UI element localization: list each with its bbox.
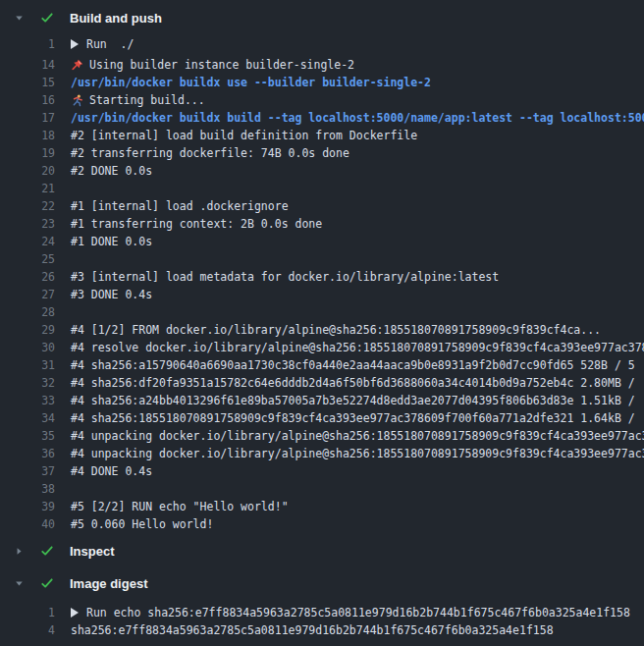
log-line-content: sha256:e7ff8834a5963a2785c5a0811e979d16b… xyxy=(55,621,644,639)
log-line: 24#1 DONE 0.0s xyxy=(0,233,644,250)
log-text: #4 unpacking docker.io/library/alpine@sh… xyxy=(71,445,644,462)
log-text: #4 sha256:a15790640a6690aa1730c38cf0a440… xyxy=(71,356,635,374)
line-number[interactable]: 16 xyxy=(0,91,55,109)
log-text: #3 [internal] load metadata for docker.i… xyxy=(71,268,499,286)
log-line-group: 1Run ./ xyxy=(0,35,644,53)
check-icon xyxy=(40,544,54,558)
section-lines: 1Run ./14Using builder instance builder-… xyxy=(0,35,644,533)
line-number[interactable]: 29 xyxy=(0,321,55,339)
line-number[interactable]: 18 xyxy=(0,127,55,144)
log-line: 38 xyxy=(0,480,644,498)
section-lines: 1Run echo sha256:e7ff8834a5963a2785c5a08… xyxy=(0,604,644,639)
section-header-image-digest[interactable]: Image digest xyxy=(0,568,644,598)
check-icon xyxy=(40,11,54,25)
log-line: 35#4 unpacking docker.io/library/alpine@… xyxy=(0,427,644,445)
log-line-content: #4 [1/2] FROM docker.io/library/alpine@s… xyxy=(55,321,644,339)
log-text: #4 DONE 0.4s xyxy=(71,462,152,480)
log-line: 21 xyxy=(0,180,644,197)
line-number[interactable]: 40 xyxy=(0,515,55,533)
log-line-content: #5 0.060 Hello world! xyxy=(55,515,644,533)
line-number[interactable]: 39 xyxy=(0,498,55,515)
log-line: 27#3 DONE 0.4s xyxy=(0,286,644,303)
line-number[interactable]: 34 xyxy=(0,409,55,427)
line-number[interactable]: 15 xyxy=(0,74,55,91)
log-line-content: #2 transferring dockerfile: 74B 0.0s don… xyxy=(55,144,644,162)
log-section-build-and-push: Build and push1Run ./14Using builder ins… xyxy=(0,0,644,533)
log-group-toggle[interactable]: Run ./ xyxy=(55,35,644,53)
log-text: Run echo sha256:e7ff8834a5963a2785c5a081… xyxy=(86,604,630,621)
log-text: #1 DONE 0.0s xyxy=(71,233,152,250)
log-line-content: #3 [internal] load metadata for docker.i… xyxy=(55,268,644,286)
log-group-toggle[interactable]: Run echo sha256:e7ff8834a5963a2785c5a081… xyxy=(55,604,644,621)
line-number[interactable]: 1 xyxy=(0,604,55,621)
log-text: /usr/bin/docker buildx build --tag local… xyxy=(71,109,644,127)
line-number[interactable]: 37 xyxy=(0,462,55,480)
line-number[interactable]: 22 xyxy=(0,197,55,215)
line-number[interactable]: 35 xyxy=(0,427,55,445)
line-number[interactable]: 28 xyxy=(0,303,55,321)
log-section-inspect: Inspect xyxy=(0,536,644,565)
log-line: 32#4 sha256:df20fa9351a15782c64e6dddb2d4… xyxy=(0,374,644,392)
log-line-content: #4 sha256:a24bb4013296f61e89ba57005a7b3e… xyxy=(55,392,644,409)
line-number[interactable]: 33 xyxy=(0,392,55,409)
line-number[interactable]: 21 xyxy=(0,180,55,197)
line-number[interactable]: 1 xyxy=(0,35,55,53)
line-number[interactable]: 24 xyxy=(0,233,55,250)
pushpin-icon xyxy=(71,59,83,72)
log-line: 40#5 0.060 Hello world! xyxy=(0,515,644,533)
line-number[interactable]: 38 xyxy=(0,480,55,498)
log-text: Run ./ xyxy=(86,35,134,53)
log-text: /usr/bin/docker buildx use --builder bui… xyxy=(71,74,431,91)
line-number[interactable]: 30 xyxy=(0,339,55,356)
log-line-content: #4 sha256:a15790640a6690aa1730c38cf0a440… xyxy=(55,356,644,374)
log-line: 33#4 sha256:a24bb4013296f61e89ba57005a7b… xyxy=(0,392,644,409)
log-line: 39#5 [2/2] RUN echo "Hello world!" xyxy=(0,498,644,515)
chevron-down-icon xyxy=(14,13,25,24)
log-line: 15/usr/bin/docker buildx use --builder b… xyxy=(0,74,644,91)
line-number[interactable]: 26 xyxy=(0,268,55,286)
log-text: #4 sha256:df20fa9351a15782c64e6dddb2d4a6… xyxy=(71,374,635,392)
check-icon xyxy=(40,576,54,590)
log-line: 4sha256:e7ff8834a5963a2785c5a0811e979d16… xyxy=(0,621,644,639)
log-line: 19#2 transferring dockerfile: 74B 0.0s d… xyxy=(0,144,644,162)
log-line-content xyxy=(55,303,644,321)
line-number[interactable]: 20 xyxy=(0,162,55,180)
log-line: 30#4 resolve docker.io/library/alpine@sh… xyxy=(0,339,644,356)
log-line: 37#4 DONE 0.4s xyxy=(0,462,644,480)
section-header-build-and-push[interactable]: Build and push xyxy=(0,0,644,35)
log-line: 26#3 [internal] load metadata for docker… xyxy=(0,268,644,286)
log-text: #1 transferring context: 2B 0.0s done xyxy=(71,215,322,233)
log-line-content xyxy=(55,180,644,197)
log-line-content: #4 unpacking docker.io/library/alpine@sh… xyxy=(55,445,644,462)
log-text: Starting build... xyxy=(89,91,205,109)
line-number[interactable]: 23 xyxy=(0,215,55,233)
log-line-content: #1 transferring context: 2B 0.0s done xyxy=(55,215,644,233)
log-line: 20#2 DONE 0.0s xyxy=(0,162,644,180)
log-text: #4 sha256:a24bb4013296f61e89ba57005a7b3e… xyxy=(71,392,635,409)
line-number[interactable]: 17 xyxy=(0,109,55,127)
log-line: 23#1 transferring context: 2B 0.0s done xyxy=(0,215,644,233)
log-line: 17/usr/bin/docker buildx build --tag loc… xyxy=(0,109,644,127)
section-title: Inspect xyxy=(70,544,115,559)
log-line-content xyxy=(55,480,644,498)
log-line-content: #1 [internal] load .dockerignore xyxy=(55,197,644,215)
log-line-content: /usr/bin/docker buildx build --tag local… xyxy=(55,109,644,127)
log-line: 31#4 sha256:a15790640a6690aa1730c38cf0a4… xyxy=(0,356,644,374)
section-header-inspect[interactable]: Inspect xyxy=(0,536,644,565)
log-line-content: #1 DONE 0.0s xyxy=(55,233,644,250)
log-text: #5 0.060 Hello world! xyxy=(71,515,213,533)
play-arrow-icon xyxy=(71,39,79,49)
line-number[interactable]: 32 xyxy=(0,374,55,392)
line-number[interactable]: 27 xyxy=(0,286,55,303)
line-number[interactable]: 14 xyxy=(0,56,55,74)
line-number[interactable]: 4 xyxy=(0,621,55,639)
log-line: 22#1 [internal] load .dockerignore xyxy=(0,197,644,215)
line-number[interactable]: 19 xyxy=(0,144,55,162)
line-number[interactable]: 25 xyxy=(0,250,55,268)
line-number[interactable]: 36 xyxy=(0,445,55,462)
log-line-content: #4 sha256:185518070891758909c9f839cf4ca3… xyxy=(55,409,644,427)
log-line-content: /usr/bin/docker buildx use --builder bui… xyxy=(55,74,644,91)
log-text: #1 [internal] load .dockerignore xyxy=(71,197,289,215)
log-line: 18#2 [internal] load build definition fr… xyxy=(0,127,644,144)
line-number[interactable]: 31 xyxy=(0,356,55,374)
